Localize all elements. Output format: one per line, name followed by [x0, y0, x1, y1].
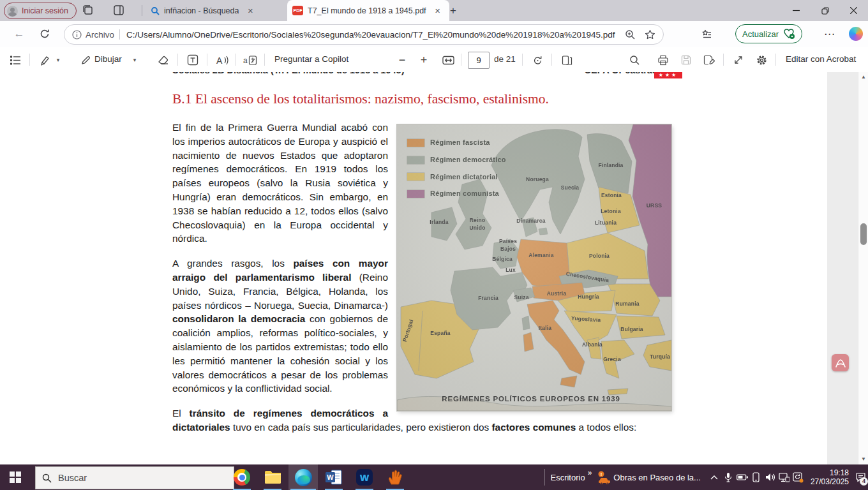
- page-view-icon[interactable]: [559, 52, 574, 68]
- update-button[interactable]: Actualizar: [735, 24, 802, 43]
- text: El: [172, 408, 190, 419]
- desktop-toolbar-label[interactable]: Escritorio: [550, 473, 585, 482]
- map-label: Lux: [505, 267, 516, 273]
- document-body: NoruegaSueciaFinlandiaEstoniaLetoniaLitu…: [172, 121, 671, 445]
- network-display-icon[interactable]: [777, 464, 791, 490]
- restore-button[interactable]: [811, 0, 839, 21]
- close-window-button[interactable]: [839, 0, 868, 21]
- draw-label[interactable]: Dibujar: [94, 54, 122, 64]
- fit-width-icon[interactable]: [440, 52, 456, 68]
- info-icon[interactable]: [72, 30, 82, 40]
- draw-chevron-icon[interactable]: ▾: [130, 52, 139, 68]
- notification-center-icon[interactable]: 4: [853, 464, 868, 490]
- eraser-icon[interactable]: [156, 52, 171, 68]
- tab-separator: [142, 5, 142, 16]
- edit-acrobat-label[interactable]: Editar con Acrobat: [786, 54, 856, 64]
- update-restart-icon[interactable]: [791, 464, 805, 490]
- highlighter-icon[interactable]: [37, 52, 52, 68]
- add-text-icon[interactable]: [185, 52, 200, 68]
- tab-close-icon[interactable]: ✕: [433, 6, 443, 16]
- taskbar-word-icon[interactable]: W: [319, 464, 348, 490]
- map-figure: NoruegaSueciaFinlandiaEstoniaLetoniaLitu…: [397, 124, 671, 411]
- clock-time: 19:18: [811, 468, 849, 477]
- taskbar-divider: [544, 469, 545, 486]
- volume-icon[interactable]: [763, 464, 777, 490]
- read-aloud-icon[interactable]: A: [214, 52, 230, 68]
- workspaces-icon[interactable]: [82, 4, 94, 16]
- signin-button[interactable]: Iniciar sesión: [4, 3, 77, 19]
- minimize-button[interactable]: [782, 0, 811, 21]
- toc-icon[interactable]: [8, 52, 23, 68]
- translate-icon[interactable]: a: [243, 52, 258, 68]
- collections-icon[interactable]: [699, 26, 714, 41]
- news-ticker-text[interactable]: Obras en Paseo de la...: [613, 473, 701, 482]
- toolbar-separator: [207, 54, 207, 66]
- zoom-out-icon[interactable]: −: [394, 52, 410, 68]
- pdf-scrollbar[interactable]: ▲ ▼: [858, 72, 868, 464]
- zoom-page-icon[interactable]: [625, 29, 636, 40]
- settings-more-icon[interactable]: ⋯: [822, 26, 837, 41]
- address-url: C:/Users/Alumno/OneDrive/Escritorio/Soci…: [126, 30, 620, 40]
- toolbar-separator: [461, 54, 461, 66]
- tab-title: T7_El mundo de 1918 a 1945.pdf: [308, 6, 426, 15]
- battery-icon[interactable]: [735, 464, 749, 490]
- map-label: España: [430, 330, 451, 336]
- text: a todos ellos:: [576, 422, 636, 433]
- find-icon[interactable]: [627, 52, 642, 68]
- taskbar-explorer-icon[interactable]: [258, 464, 287, 490]
- ask-copilot-label[interactable]: Preguntar a Copilot: [274, 54, 348, 64]
- map-label: Italia: [539, 325, 552, 331]
- scroll-up-icon[interactable]: ▲: [858, 72, 868, 82]
- highlighter-chevron-icon[interactable]: ▾: [54, 52, 63, 68]
- save-as-icon[interactable]: [701, 52, 717, 68]
- print-icon[interactable]: [655, 52, 671, 68]
- taskbar-chrome-icon[interactable]: [227, 464, 257, 490]
- rotate-icon[interactable]: [530, 52, 545, 68]
- phone-link-icon[interactable]: [749, 464, 763, 490]
- page-number-input[interactable]: 9: [468, 52, 490, 69]
- browser-essentials-icon: [783, 28, 795, 40]
- tab-pdf[interactable]: PDF T7_El mundo de 1918 a 1945.pdf ✕: [287, 0, 449, 21]
- map-label: Alemania: [528, 252, 553, 258]
- refresh-icon[interactable]: [37, 26, 52, 41]
- taskbar-clock[interactable]: 19:18 27/03/2025: [811, 468, 849, 486]
- toolbar-separator: [177, 54, 178, 66]
- start-button[interactable]: [0, 464, 31, 490]
- legend-swatch: [407, 139, 424, 147]
- taskbar-hand-app-icon[interactable]: [380, 464, 410, 490]
- taskbar-edge-icon[interactable]: [288, 464, 318, 490]
- toolbar-chevrons[interactable]: »: [588, 468, 592, 477]
- pdf-page: Sociales 2B Distancia (T.7: El mundo de …: [0, 72, 827, 464]
- microphone-icon[interactable]: [721, 464, 735, 490]
- copilot-icon[interactable]: [849, 27, 863, 41]
- favorite-star-icon[interactable]: [645, 29, 655, 40]
- map-label: Reino: [470, 217, 486, 223]
- map-label: Suecia: [561, 184, 580, 191]
- taskbar-w-app-icon[interactable]: W: [350, 464, 379, 490]
- clock-date: 27/03/2025: [811, 477, 849, 486]
- svg-text:W: W: [327, 473, 334, 481]
- scroll-down-icon[interactable]: ▼: [858, 454, 868, 464]
- map-label: Finlandia: [598, 162, 623, 168]
- map-label: Francia: [478, 295, 498, 301]
- toolbar-separator: [264, 54, 265, 66]
- legend-swatch: [407, 156, 424, 164]
- tab-actions-icon[interactable]: [112, 4, 125, 16]
- scrollbar-thumb[interactable]: [860, 223, 867, 245]
- tray-expand-chevron-icon[interactable]: [707, 464, 721, 490]
- tab-search[interactable]: infñacion - Búsqueda ✕: [146, 0, 287, 21]
- back-icon[interactable]: ←: [11, 26, 27, 41]
- traffic-news-icon[interactable]: !: [595, 464, 613, 490]
- legend-item: Régimen fascista: [407, 136, 506, 150]
- svg-text:!: !: [601, 471, 602, 477]
- draw-pen-icon[interactable]: [78, 52, 93, 68]
- acrobat-floating-button[interactable]: [832, 354, 849, 371]
- zoom-in-icon[interactable]: +: [416, 52, 431, 68]
- toolbar-separator: [723, 54, 724, 66]
- address-bar[interactable]: Archivo C:/Users/Alumno/OneDrive/Escrito…: [64, 24, 664, 45]
- fullscreen-icon[interactable]: [731, 52, 746, 68]
- pdf-settings-gear-icon[interactable]: [754, 52, 769, 68]
- legend-swatch: [407, 190, 424, 198]
- taskbar-search-input[interactable]: Buscar: [35, 466, 234, 489]
- tab-close-icon[interactable]: ✕: [245, 6, 255, 16]
